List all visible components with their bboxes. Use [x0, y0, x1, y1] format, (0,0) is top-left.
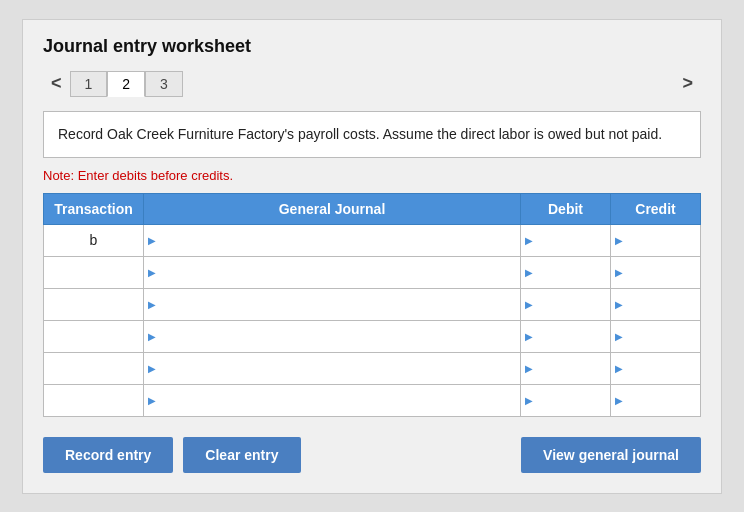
debit-cell-4[interactable] [521, 320, 611, 352]
credit-input-3[interactable] [611, 289, 700, 320]
credit-input-4[interactable] [611, 321, 700, 352]
worksheet-container: Journal entry worksheet < 1 2 3 > Record… [22, 19, 722, 494]
transaction-cell-5 [44, 352, 144, 384]
journal-cell-3[interactable] [144, 288, 521, 320]
page-title: Journal entry worksheet [43, 36, 701, 57]
journal-input-1[interactable] [144, 225, 520, 256]
journal-cell-1[interactable] [144, 224, 521, 256]
debit-input-2[interactable] [521, 257, 610, 288]
credit-cell-3[interactable] [611, 288, 701, 320]
journal-cell-6[interactable] [144, 384, 521, 416]
table-row [44, 320, 701, 352]
buttons-row: Record entry Clear entry View general jo… [43, 437, 701, 473]
record-entry-button[interactable]: Record entry [43, 437, 173, 473]
credit-cell-2[interactable] [611, 256, 701, 288]
next-arrow[interactable]: > [674, 71, 701, 96]
transaction-cell-4 [44, 320, 144, 352]
debit-input-1[interactable] [521, 225, 610, 256]
description-box: Record Oak Creek Furniture Factory's pay… [43, 111, 701, 158]
journal-input-4[interactable] [144, 321, 520, 352]
debit-cell-3[interactable] [521, 288, 611, 320]
journal-table: Transaction General Journal Debit Credit… [43, 193, 701, 417]
clear-entry-button[interactable]: Clear entry [183, 437, 300, 473]
transaction-cell-1: b [44, 224, 144, 256]
credit-cell-1[interactable] [611, 224, 701, 256]
journal-input-6[interactable] [144, 385, 520, 416]
prev-arrow[interactable]: < [43, 71, 70, 96]
tabs-row: < 1 2 3 > [43, 71, 701, 97]
debit-input-6[interactable] [521, 385, 610, 416]
debit-cell-5[interactable] [521, 352, 611, 384]
transaction-cell-2 [44, 256, 144, 288]
journal-input-5[interactable] [144, 353, 520, 384]
transaction-cell-3 [44, 288, 144, 320]
credit-input-2[interactable] [611, 257, 700, 288]
debit-input-5[interactable] [521, 353, 610, 384]
view-general-journal-button[interactable]: View general journal [521, 437, 701, 473]
description-text: Record Oak Creek Furniture Factory's pay… [58, 126, 662, 142]
journal-cell-4[interactable] [144, 320, 521, 352]
debit-cell-6[interactable] [521, 384, 611, 416]
credit-input-6[interactable] [611, 385, 700, 416]
table-row [44, 352, 701, 384]
journal-cell-2[interactable] [144, 256, 521, 288]
col-header-transaction: Transaction [44, 193, 144, 224]
tab-1[interactable]: 1 [70, 71, 108, 97]
journal-cell-5[interactable] [144, 352, 521, 384]
journal-input-2[interactable] [144, 257, 520, 288]
table-row [44, 384, 701, 416]
journal-input-3[interactable] [144, 289, 520, 320]
tab-3[interactable]: 3 [145, 71, 183, 97]
col-header-debit: Debit [521, 193, 611, 224]
tab-2[interactable]: 2 [107, 71, 145, 97]
credit-input-1[interactable] [611, 225, 700, 256]
debit-input-3[interactable] [521, 289, 610, 320]
col-header-credit: Credit [611, 193, 701, 224]
credit-cell-4[interactable] [611, 320, 701, 352]
credit-cell-6[interactable] [611, 384, 701, 416]
table-row [44, 256, 701, 288]
table-row [44, 288, 701, 320]
debit-cell-1[interactable] [521, 224, 611, 256]
debit-cell-2[interactable] [521, 256, 611, 288]
transaction-cell-6 [44, 384, 144, 416]
debit-input-4[interactable] [521, 321, 610, 352]
note-text: Note: Enter debits before credits. [43, 168, 701, 183]
credit-cell-5[interactable] [611, 352, 701, 384]
credit-input-5[interactable] [611, 353, 700, 384]
col-header-journal: General Journal [144, 193, 521, 224]
table-row: b [44, 224, 701, 256]
